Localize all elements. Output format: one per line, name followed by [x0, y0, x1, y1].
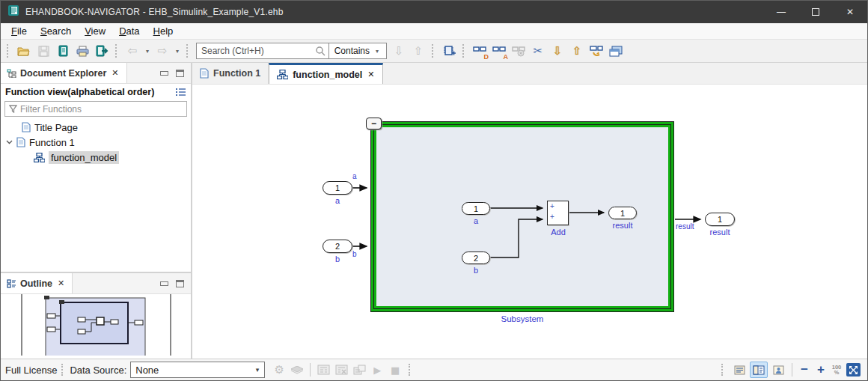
- print-button[interactable]: [73, 42, 91, 60]
- go-up-subsystem-button[interactable]: ⇧: [568, 42, 586, 60]
- expander-icon[interactable]: [5, 140, 13, 144]
- fit-to-view-button[interactable]: [846, 363, 861, 377]
- add-block[interactable]: + +: [547, 201, 569, 225]
- previous-result-button[interactable]: ⇧: [409, 42, 427, 60]
- statusbar-separator: [310, 363, 311, 377]
- search-icon: [315, 46, 326, 56]
- data-layers-button[interactable]: [289, 362, 305, 378]
- document-explorer-tabbar: Document Explorer ✕: [1, 63, 191, 84]
- tab-outline[interactable]: Outline ✕: [1, 273, 73, 293]
- tab-label: Document Explorer: [20, 68, 106, 79]
- outport-result-label: result: [697, 228, 742, 237]
- person-icon: [773, 365, 784, 375]
- tree-item-function-model[interactable]: function_model: [1, 150, 191, 165]
- minimize-button[interactable]: —: [764, 1, 798, 23]
- app-logo-icon: [7, 4, 19, 19]
- back-to-parent-button[interactable]: [587, 42, 605, 60]
- start-measurement-button[interactable]: ▶: [369, 362, 385, 378]
- show-data-button[interactable]: D: [471, 42, 489, 60]
- tab-document-explorer[interactable]: Document Explorer ✕: [1, 63, 127, 83]
- chevron-down-icon: ▾: [144, 48, 151, 55]
- open-in-window-button[interactable]: [607, 42, 625, 60]
- menu-search[interactable]: Search: [34, 24, 77, 38]
- outport-result[interactable]: 1: [705, 213, 735, 226]
- forward-icon: ⇨: [158, 44, 168, 58]
- back-button[interactable]: ⇦: [123, 42, 141, 60]
- next-result-button[interactable]: ⇩: [390, 42, 408, 60]
- gold-down-arrow-icon: ⇩: [553, 44, 563, 58]
- search-input[interactable]: [197, 46, 315, 56]
- handbook-button[interactable]: [54, 42, 72, 60]
- signal-label-result: result: [676, 222, 694, 231]
- stop-measurement-button[interactable]: ■: [387, 362, 403, 378]
- back-history-dropdown[interactable]: ▾: [143, 42, 152, 60]
- forward-history-dropdown[interactable]: ▾: [173, 42, 182, 60]
- experiment-view-button[interactable]: [351, 362, 367, 378]
- document-icon: [22, 122, 31, 132]
- tab-function-1[interactable]: Function 1: [192, 63, 269, 84]
- save-button[interactable]: [34, 42, 52, 60]
- inner-inport-b[interactable]: 2: [462, 252, 490, 264]
- inport-b[interactable]: 2: [323, 240, 352, 253]
- maximize-button[interactable]: [798, 1, 833, 23]
- split-view-button[interactable]: [750, 362, 768, 378]
- tree-item-function-1[interactable]: Function 1: [1, 135, 191, 150]
- minimize-panel-icon[interactable]: [160, 281, 168, 286]
- back-icon: ⇦: [128, 44, 138, 58]
- outline-thumbnail[interactable]: [1, 294, 191, 359]
- model-icon: [34, 153, 45, 162]
- zoom-out-button[interactable]: −: [796, 362, 813, 377]
- zoom-in-button[interactable]: +: [813, 362, 829, 377]
- export-handbook-button[interactable]: [93, 42, 111, 60]
- open-button[interactable]: [15, 42, 33, 60]
- toolbar-handle: [115, 44, 119, 58]
- layers-icon: [291, 366, 303, 374]
- data-source-select[interactable]: None ▾: [130, 362, 265, 378]
- filter-functions-input[interactable]: [20, 104, 183, 115]
- save-icon: [38, 46, 49, 57]
- forward-button[interactable]: ⇨: [153, 42, 171, 60]
- go-into-subsystem-button[interactable]: ⇩: [548, 42, 566, 60]
- single-page-view-button[interactable]: [730, 362, 748, 378]
- presenter-view-button[interactable]: [769, 362, 787, 378]
- zoom-100-button[interactable]: 100%: [829, 365, 844, 375]
- function-view-title: Function view(alphabetical order): [5, 87, 154, 97]
- maximize-panel-icon[interactable]: [176, 70, 184, 77]
- tree-item-title-page[interactable]: Title Page: [1, 120, 191, 135]
- show-annotations-button[interactable]: A: [490, 42, 508, 60]
- search-mode-dropdown[interactable]: Contains▾: [329, 46, 386, 56]
- inner-inport-b-label: b: [453, 266, 498, 275]
- chevron-down-icon: ▾: [373, 48, 381, 55]
- close-button[interactable]: ✕: [833, 1, 867, 23]
- block-return-icon: [590, 45, 603, 57]
- minimize-panel-icon[interactable]: [160, 71, 168, 76]
- cut-signal-button[interactable]: ✂: [529, 42, 547, 60]
- menu-help[interactable]: Help: [147, 24, 180, 38]
- calibration-view-button[interactable]: [315, 362, 331, 378]
- main-toolbar: ⇦ ▾ ⇨ ▾ Contains▾ ⇩ ⇧ D A ✂ ⇩ ⇧: [1, 40, 867, 63]
- inner-outport-label: result: [600, 221, 645, 230]
- function-view-header: Function view(alphabetical order): [1, 84, 191, 100]
- inner-inport-a[interactable]: 1: [462, 202, 490, 215]
- data-settings-button[interactable]: ⚙: [271, 362, 287, 378]
- close-icon[interactable]: ✕: [110, 67, 120, 79]
- inner-outport-result[interactable]: 1: [608, 207, 637, 219]
- close-icon[interactable]: ✕: [367, 70, 375, 79]
- menu-view[interactable]: View: [79, 24, 111, 38]
- inport-a[interactable]: 1: [323, 181, 352, 195]
- menu-data[interactable]: Data: [113, 24, 145, 38]
- tab-function-model[interactable]: function_model ✕: [269, 63, 383, 84]
- expand-model-button[interactable]: [440, 42, 458, 60]
- statusbar-separator: [792, 363, 792, 377]
- letter-a-badge: A: [504, 53, 509, 61]
- hide-elements-button[interactable]: [510, 42, 528, 60]
- model-canvas[interactable]: − 1 a a 2: [192, 85, 867, 359]
- collapse-subsystem-button[interactable]: −: [366, 118, 382, 129]
- close-icon[interactable]: ✕: [56, 278, 66, 289]
- menu-file[interactable]: File: [5, 24, 33, 38]
- measurement-view-button[interactable]: [333, 362, 349, 378]
- view-menu-icon[interactable]: [176, 88, 186, 97]
- open-folder-icon: [17, 46, 31, 56]
- scissors-icon: ✂: [534, 44, 543, 58]
- maximize-panel-icon[interactable]: [176, 280, 184, 287]
